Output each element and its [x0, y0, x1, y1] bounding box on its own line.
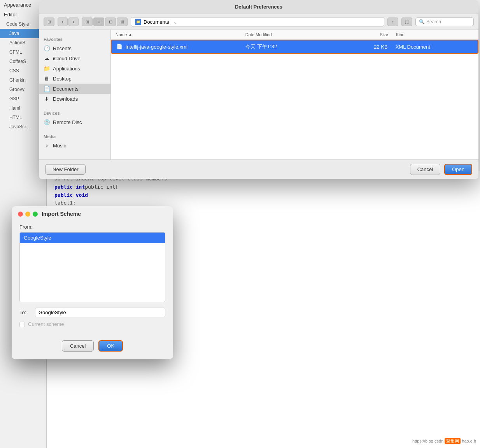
traffic-lights — [18, 212, 38, 217]
open-button[interactable]: Open — [444, 164, 472, 175]
back-button[interactable]: ‹ — [58, 18, 68, 26]
import-dialog-body: From: GoogleStyle To: Current scheme — [12, 220, 173, 335]
scheme-listbox[interactable]: GoogleStyle — [19, 232, 165, 302]
current-scheme-row: Current scheme — [19, 321, 165, 327]
file-list: Name ▲ Date Modified Size Kind 📄 intelli… — [111, 30, 478, 159]
footer-right: Cancel Open — [410, 164, 472, 175]
maximize-button[interactable] — [33, 212, 38, 217]
xml-file-icon: 📄 — [116, 44, 123, 50]
fp-sidebar-documents[interactable]: 📄 Documents — [39, 84, 110, 94]
icloud-icon: ☁ — [44, 55, 50, 61]
icon-view-button[interactable]: ⊞ — [82, 18, 93, 26]
import-dialog-footer: Cancel OK — [12, 335, 173, 359]
view-button-group: ⊞ ≡ ⊟ ⊠ — [82, 18, 128, 26]
to-label: To: — [19, 310, 31, 315]
file-picker-body: Favorites 🕐 Recents ☁ iCloud Drive 📁 App… — [39, 30, 478, 159]
location-folder-icon: 📁 — [135, 19, 141, 25]
file-size-cell: 22 KB — [342, 44, 387, 50]
column-view-button[interactable]: ⊟ — [105, 18, 116, 26]
downloads-icon: ⬇ — [44, 96, 50, 102]
fp-sidebar-recents[interactable]: 🕐 Recents — [39, 43, 110, 53]
file-row-intellij-google-style[interactable]: 📄 intellij-java-google-style.xml 今天 下午1:… — [111, 40, 478, 54]
favorites-section-label: Favorites — [39, 33, 110, 43]
forward-button[interactable]: › — [68, 18, 79, 26]
remote-disc-icon: 💿 — [44, 119, 50, 125]
col-header-size: Size — [343, 32, 388, 37]
col-header-kind: Kind — [388, 32, 474, 37]
from-label: From: — [19, 224, 165, 230]
file-picker-titlebar: Default Preferences — [39, 0, 478, 14]
file-picker-toolbar: ⊞ ‹ › ⊞ ≡ ⊟ ⊠ 📁 Documents ⌄ ↑ ⬚ 🔍 Search — [39, 14, 478, 30]
import-dialog-title: Import Scheme — [42, 211, 81, 217]
nav-button-group: ‹ › — [58, 18, 79, 26]
documents-icon: 📄 — [44, 86, 50, 92]
fp-sidebar-icloud[interactable]: ☁ iCloud Drive — [39, 53, 110, 63]
import-ok-button[interactable]: OK — [98, 340, 123, 352]
file-kind-cell: XML Document — [388, 44, 473, 50]
fp-sidebar-downloads[interactable]: ⬇ Downloads — [39, 94, 110, 104]
search-bar[interactable]: 🔍 Search — [415, 18, 474, 26]
fp-sidebar-music[interactable]: ♪ Music — [39, 140, 110, 150]
cancel-button[interactable]: Cancel — [410, 164, 440, 175]
code-line-3: public void — [54, 191, 472, 200]
file-date-cell: 今天 下午1:32 — [245, 43, 342, 50]
sidebar-toggle-button[interactable]: ⊞ — [44, 18, 54, 26]
footer-left: New Folder — [45, 164, 86, 175]
fp-sidebar-applications[interactable]: 📁 Applications — [39, 63, 110, 74]
applications-icon: 📁 — [44, 65, 50, 72]
music-icon: ♪ — [44, 142, 50, 149]
import-scheme-dialog: Import Scheme From: GoogleStyle To: Curr… — [12, 206, 173, 359]
watermark: https://blog.csdn 聚集网 hao.e.h — [412, 438, 476, 444]
location-bar[interactable]: 📁 Documents ⌄ — [131, 17, 384, 26]
cover-view-button[interactable]: ⊠ — [117, 18, 128, 26]
search-placeholder: Search — [426, 19, 441, 24]
import-cancel-button[interactable]: Cancel — [62, 340, 94, 352]
fp-sidebar-remote-disc[interactable]: 💿 Remote Disc — [39, 117, 110, 127]
file-picker-footer: New Folder Cancel Open — [39, 159, 478, 179]
to-field[interactable] — [35, 308, 165, 317]
desktop-icon: 🖥 — [44, 75, 50, 82]
col-header-name: Name ▲ — [116, 32, 245, 37]
share-button[interactable]: ↑ — [387, 18, 398, 26]
current-scheme-checkbox[interactable] — [19, 322, 25, 327]
location-label: Documents — [144, 19, 169, 25]
devices-section-label: Devices — [39, 107, 110, 117]
col-header-date: Date Modified — [245, 32, 343, 37]
scheme-option-googlestyle[interactable]: GoogleStyle — [20, 233, 165, 243]
import-dialog-titlebar: Import Scheme — [12, 206, 173, 220]
close-button[interactable] — [18, 212, 23, 217]
file-picker-dialog: Default Preferences ⊞ ‹ › ⊞ ≡ ⊟ ⊠ 📁 Docu… — [39, 0, 478, 179]
file-list-header: Name ▲ Date Modified Size Kind — [111, 30, 478, 40]
file-name-cell: 📄 intellij-java-google-style.xml — [116, 44, 245, 50]
file-picker-sidebar: Favorites 🕐 Recents ☁ iCloud Drive 📁 App… — [39, 30, 111, 159]
list-view-button[interactable]: ≡ — [93, 18, 104, 26]
watermark-highlight: 聚集网 — [445, 438, 461, 444]
recents-icon: 🕐 — [44, 45, 50, 51]
code-line-2: public intpublic int[ — [54, 183, 472, 191]
to-field-row: To: — [19, 308, 165, 317]
current-scheme-label: Current scheme — [28, 321, 64, 327]
media-section-label: Media — [39, 130, 110, 140]
action-button[interactable]: ⬚ — [401, 18, 412, 26]
fp-sidebar-desktop[interactable]: 🖥 Desktop — [39, 74, 110, 84]
file-picker-title: Default Preferences — [235, 4, 282, 10]
minimize-button[interactable] — [25, 212, 30, 217]
location-chevron: ⌄ — [173, 19, 177, 25]
search-icon: 🔍 — [419, 19, 425, 24]
new-folder-button[interactable]: New Folder — [45, 164, 86, 175]
